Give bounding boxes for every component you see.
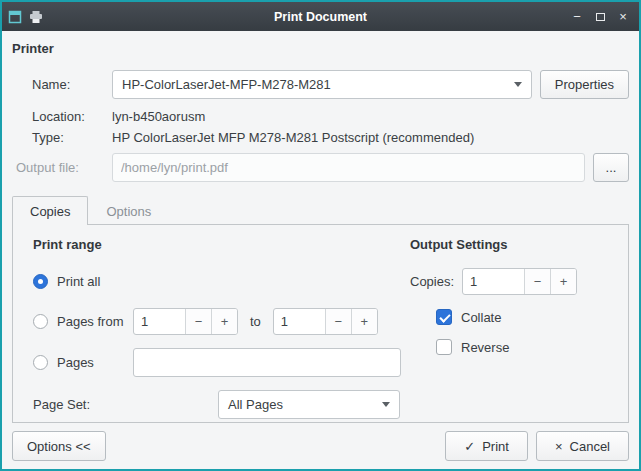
- pages-from-value[interactable]: 1: [134, 309, 185, 334]
- pages-to-value[interactable]: 1: [274, 309, 325, 334]
- tab-copies[interactable]: Copies: [12, 196, 88, 225]
- type-label: Type:: [12, 130, 112, 145]
- printer-name-label: Name:: [12, 77, 112, 92]
- location-value: lyn-b450aorusm: [112, 109, 205, 124]
- dialog-content: Printer Name: HP-ColorLaserJet-MFP-M278-…: [2, 31, 639, 423]
- titlebar[interactable]: Print Document − ×: [2, 2, 639, 31]
- output-settings-title: Output Settings: [410, 237, 608, 252]
- printer-name-combobox[interactable]: HP-ColorLaserJet-MFP-M278-M281: [112, 70, 532, 99]
- output-settings-group: Output Settings Copies: 1 − + Collate Re…: [398, 237, 608, 355]
- page-set-combobox[interactable]: All Pages: [218, 390, 400, 419]
- pages-to-spinbox: 1 − +: [273, 308, 378, 335]
- pages-from-row: Pages from 1 − + to 1 − +: [33, 308, 398, 335]
- print-button-label: Print: [482, 439, 509, 454]
- tab-bar: Copies Options: [12, 196, 629, 224]
- collate-label: Collate: [461, 310, 501, 325]
- cancel-button[interactable]: × Cancel: [536, 431, 629, 461]
- print-all-row: Print all: [33, 268, 398, 295]
- reverse-checkbox[interactable]: [436, 339, 452, 355]
- copies-spinbox: 1 − +: [462, 268, 577, 295]
- printer-name-value: HP-ColorLaserJet-MFP-M278-M281: [122, 77, 331, 92]
- printer-type-row: Type: HP ColorLaserJet MFP M278-M281 Pos…: [12, 130, 629, 145]
- print-all-radio[interactable]: [33, 274, 48, 289]
- reverse-label: Reverse: [461, 340, 509, 355]
- pages-row: Pages: [33, 348, 398, 377]
- collate-checkbox[interactable]: [436, 309, 452, 325]
- pages-from-spinbox: 1 − +: [133, 308, 238, 335]
- minimize-button[interactable]: −: [567, 7, 587, 27]
- page-set-row: Page Set: All Pages: [33, 390, 398, 419]
- decrement-button[interactable]: −: [325, 309, 351, 334]
- close-button[interactable]: ×: [613, 7, 633, 27]
- options-toggle-button[interactable]: Options <<: [12, 431, 106, 461]
- copies-value[interactable]: 1: [463, 269, 524, 294]
- printer-location-row: Location: lyn-b450aorusm: [12, 109, 629, 124]
- copies-label: Copies:: [410, 274, 454, 289]
- decrement-button[interactable]: −: [524, 269, 550, 294]
- increment-button[interactable]: +: [550, 269, 576, 294]
- output-file-label: Output file:: [12, 160, 112, 175]
- window-title: Print Document: [80, 10, 561, 24]
- to-label: to: [250, 314, 261, 329]
- properties-button[interactable]: Properties: [540, 70, 629, 99]
- close-icon: ×: [619, 10, 627, 23]
- pages-input[interactable]: [133, 348, 401, 377]
- copies-row: Copies: 1 − +: [410, 268, 608, 295]
- close-icon: ×: [555, 440, 563, 453]
- copies-tab-panel: Print range Print all Pages from 1 − + t…: [12, 224, 629, 423]
- printer-section-title: Printer: [12, 41, 629, 56]
- titlebar-icons: [8, 10, 80, 24]
- tab-options[interactable]: Options: [88, 196, 169, 225]
- app-window-icon: [8, 10, 22, 24]
- decrement-button[interactable]: −: [185, 309, 211, 334]
- printer-app-icon: [29, 10, 43, 24]
- location-label: Location:: [12, 109, 112, 124]
- print-button[interactable]: ✓ Print: [445, 431, 528, 461]
- print-range-title: Print range: [33, 237, 398, 252]
- type-value: HP ColorLaserJet MFP M278-M281 Postscrip…: [112, 130, 474, 145]
- output-file-row: Output file: ...: [12, 153, 629, 182]
- dialog-footer: Options << ✓ Print × Cancel: [2, 423, 639, 469]
- window-controls: − ×: [561, 7, 633, 27]
- maximize-icon: [596, 13, 605, 21]
- print-all-label: Print all: [57, 274, 100, 289]
- pages-from-radio[interactable]: [33, 314, 48, 329]
- pages-label: Pages: [57, 355, 133, 370]
- print-document-dialog: Print Document − × Printer Name: HP-Colo…: [0, 0, 641, 471]
- page-set-value: All Pages: [228, 397, 283, 412]
- maximize-button[interactable]: [590, 7, 610, 27]
- check-icon: ✓: [464, 440, 475, 453]
- minimize-icon: −: [573, 10, 581, 23]
- increment-button[interactable]: +: [351, 309, 377, 334]
- output-file-input[interactable]: [112, 153, 585, 182]
- collate-row: Collate: [436, 309, 608, 325]
- reverse-row: Reverse: [436, 339, 608, 355]
- cancel-button-label: Cancel: [570, 439, 610, 454]
- printer-name-row: Name: HP-ColorLaserJet-MFP-M278-M281 Pro…: [12, 70, 629, 99]
- pages-radio[interactable]: [33, 355, 48, 370]
- pages-from-label: Pages from: [57, 314, 133, 329]
- increment-button[interactable]: +: [211, 309, 237, 334]
- browse-button[interactable]: ...: [593, 153, 629, 182]
- print-range-group: Print range Print all Pages from 1 − + t…: [33, 237, 398, 419]
- chevron-down-icon: [514, 82, 522, 87]
- chevron-down-icon: [382, 402, 390, 407]
- page-set-label: Page Set:: [33, 397, 218, 412]
